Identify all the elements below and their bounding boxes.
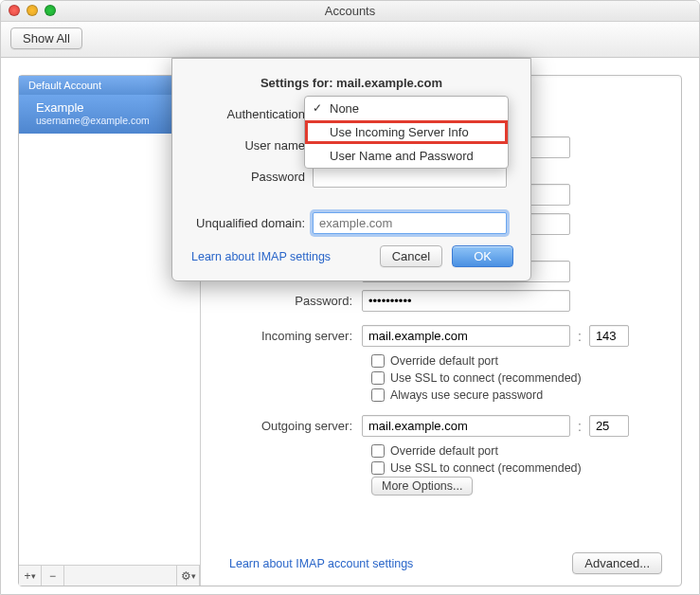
- authentication-label: Authentication: [189, 107, 313, 121]
- remove-account-button[interactable]: −: [42, 566, 64, 586]
- sheet-heading: Settings for: mail.example.com: [189, 76, 513, 90]
- password-input[interactable]: [362, 290, 570, 312]
- port-separator-out: :: [578, 419, 582, 434]
- outgoing-server-input[interactable]: [362, 415, 570, 437]
- outgoing-port-input[interactable]: [589, 415, 629, 437]
- sidebar-account-email: username@example.com: [36, 115, 190, 126]
- outgoing-ssl-label: Use SSL to connect (recommended): [390, 461, 582, 475]
- auth-option-incoming-server-label: Use Incoming Server Info: [330, 125, 469, 139]
- gear-icon: [181, 569, 191, 583]
- outgoing-override-port-checkbox[interactable]: [371, 444, 385, 458]
- smtp-settings-sheet: Settings for: mail.example.com Authentic…: [171, 58, 531, 281]
- outgoing-override-port-label: Override default port: [390, 444, 498, 458]
- incoming-port-input[interactable]: [589, 325, 629, 347]
- sidebar-footer: + −: [19, 565, 200, 586]
- auth-option-none[interactable]: ✓ None: [305, 97, 508, 120]
- outgoing-ssl-checkbox[interactable]: [371, 461, 385, 475]
- sheet-password-input[interactable]: [313, 166, 507, 188]
- authentication-dropdown[interactable]: ✓ None Use Incoming Server Info User Nam…: [304, 96, 509, 169]
- port-separator: :: [578, 329, 582, 344]
- close-window-button[interactable]: [9, 5, 20, 16]
- ok-button[interactable]: OK: [452, 245, 513, 267]
- zoom-window-button[interactable]: [45, 5, 56, 16]
- window-title: Accounts: [325, 4, 375, 18]
- learn-imap-account-link[interactable]: Learn about IMAP account settings: [229, 557, 413, 570]
- unqualified-domain-input[interactable]: [313, 212, 507, 234]
- advanced-button[interactable]: Advanced...: [572, 552, 662, 574]
- sheet-username-label: User name: [189, 138, 313, 153]
- more-options-button[interactable]: More Options...: [371, 477, 473, 496]
- window-controls: [9, 5, 56, 16]
- auth-option-none-label: None: [330, 101, 359, 116]
- unqualified-domain-label: Unqualified domain:: [189, 216, 313, 230]
- add-account-button[interactable]: +: [19, 566, 42, 586]
- cancel-button[interactable]: Cancel: [380, 245, 442, 267]
- check-icon: ✓: [313, 101, 322, 115]
- incoming-secure-password-label: Always use secure password: [390, 388, 543, 402]
- minimize-window-button[interactable]: [27, 5, 38, 16]
- sheet-password-label: Password: [189, 170, 313, 184]
- incoming-ssl-label: Use SSL to connect (recommended): [390, 371, 582, 385]
- auth-option-username-password[interactable]: User Name and Password: [305, 144, 508, 168]
- incoming-override-port-checkbox[interactable]: [371, 354, 385, 368]
- titlebar: Accounts: [1, 1, 699, 22]
- incoming-override-port-label: Override default port: [390, 354, 498, 368]
- accounts-window: Accounts Show All Default Account Exampl…: [0, 0, 700, 595]
- toolbar: Show All: [1, 22, 699, 58]
- incoming-secure-password-checkbox[interactable]: [371, 388, 385, 402]
- outgoing-server-label: Outgoing server:: [220, 419, 362, 433]
- incoming-server-input[interactable]: [362, 325, 570, 347]
- auth-option-incoming-server[interactable]: Use Incoming Server Info: [305, 120, 508, 144]
- incoming-ssl-checkbox[interactable]: [371, 371, 385, 385]
- sidebar-account-name: Example: [36, 100, 190, 115]
- incoming-server-label: Incoming server:: [220, 329, 362, 343]
- sidebar-gear-button[interactable]: [177, 566, 200, 586]
- auth-option-username-password-label: User Name and Password: [330, 149, 474, 163]
- learn-imap-settings-link[interactable]: Learn about IMAP settings: [191, 250, 331, 263]
- show-all-button[interactable]: Show All: [10, 27, 82, 49]
- sidebar-footer-spacer: [64, 566, 177, 586]
- password-label: Password:: [220, 294, 362, 308]
